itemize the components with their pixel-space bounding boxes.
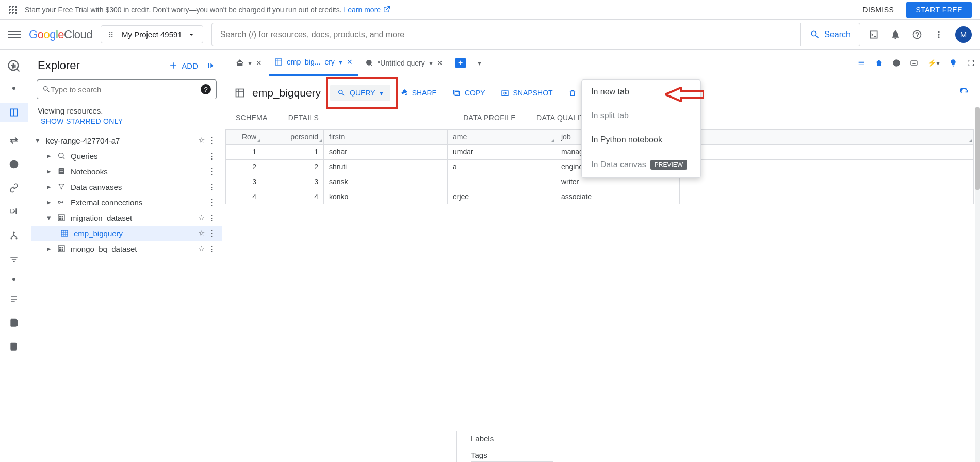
project-picker[interactable]: My Project 49591: [101, 25, 203, 43]
tree-mongo-dataset[interactable]: ▸mongo_bq_dataset ☆⋮: [31, 241, 222, 257]
rail-bigquery-icon[interactable]: [0, 59, 28, 73]
star-icon[interactable]: ☆: [198, 229, 205, 238]
avatar[interactable]: M: [955, 26, 972, 43]
more-icon[interactable]: ⋮: [205, 151, 219, 161]
more-icon[interactable]: ⋮: [205, 229, 219, 238]
tree-emp-bigquery[interactable]: emp_bigquery ☆⋮: [31, 226, 222, 241]
share-icon: [400, 89, 408, 97]
fullscreen-icon[interactable]: [967, 59, 975, 67]
rail-doc1-icon[interactable]: [0, 318, 28, 328]
notifications-icon[interactable]: [890, 29, 901, 40]
copy-button[interactable]: COPY: [452, 89, 485, 97]
tab-emp-bigquery[interactable]: emp_big...ery ▾ ✕: [269, 50, 358, 76]
rail-dot-icon[interactable]: [0, 87, 28, 90]
rail-migrate-icon[interactable]: [0, 206, 28, 217]
trial-banner: Start your Free Trial with $300 in credi…: [0, 0, 980, 20]
rail-doc2-icon[interactable]: [0, 342, 28, 352]
close-icon[interactable]: ✕: [347, 58, 353, 66]
tree-notebooks[interactable]: ▸Notebooks ⋮: [31, 164, 222, 179]
more-icon[interactable]: ⋮: [205, 136, 219, 145]
search-icon: [810, 29, 820, 40]
keyboard-icon[interactable]: [910, 59, 918, 67]
rail-panel-icon[interactable]: [0, 103, 28, 122]
col-lastname[interactable]: ame◢: [448, 130, 556, 145]
svg-rect-32: [236, 89, 244, 97]
list-icon[interactable]: [857, 59, 865, 67]
rail-transfer-icon[interactable]: [0, 135, 28, 146]
rail-link-icon[interactable]: [0, 183, 28, 193]
star-icon[interactable]: ☆: [198, 244, 205, 253]
more-icon[interactable]: ⋮: [205, 213, 219, 222]
more-icon[interactable]: ⋮: [205, 182, 219, 192]
more-icon[interactable]: ⋮: [205, 167, 219, 176]
add-button[interactable]: ADD: [168, 60, 198, 71]
dataset-icon: [57, 245, 66, 253]
show-starred-link[interactable]: SHOW STARRED ONLY: [28, 116, 225, 131]
rail-filter-icon[interactable]: [0, 254, 28, 264]
table-row[interactable]: 44konkoerjeeassociate: [226, 189, 974, 204]
apps-icon[interactable]: [8, 5, 18, 14]
info-icon[interactable]: [892, 59, 901, 67]
tab-schema[interactable]: SCHEMA: [236, 114, 268, 122]
svg-rect-22: [61, 230, 68, 236]
close-icon[interactable]: ✕: [256, 59, 262, 67]
svg-point-6: [12, 278, 15, 281]
svg-rect-21: [62, 218, 63, 220]
rail-clock-icon[interactable]: [0, 159, 28, 169]
rail-summary-icon[interactable]: [0, 294, 28, 305]
col-firstname[interactable]: firstn: [324, 130, 448, 145]
menu-icon[interactable]: [8, 28, 21, 41]
bulb-icon[interactable]: [949, 59, 957, 67]
cloud-shell-icon[interactable]: [869, 29, 879, 40]
dismiss-button[interactable]: DISMISS: [862, 6, 894, 14]
search-icon: [42, 85, 51, 93]
svg-rect-31: [911, 61, 917, 65]
home-tab[interactable]: ▾✕: [231, 50, 267, 76]
search-icon: [365, 59, 373, 67]
search-input[interactable]: [212, 30, 801, 39]
share-button[interactable]: SHARE: [400, 89, 437, 97]
scroll-thumb[interactable]: [975, 107, 980, 190]
home-fill-icon[interactable]: [875, 59, 883, 67]
tab-dataprofile[interactable]: DATA PROFILE: [463, 114, 516, 122]
query-button[interactable]: QUERY ▾: [330, 85, 390, 101]
tree-migration-dataset[interactable]: ▾migration_dataset ☆⋮: [31, 210, 222, 226]
refresh-button[interactable]: [959, 88, 970, 98]
scrollbar[interactable]: [975, 107, 980, 462]
col-personid[interactable]: personid◢: [262, 130, 324, 145]
menu-in-notebook[interactable]: In Python notebook: [582, 128, 700, 152]
tab-untitled-query[interactable]: *Untitled query ▾ ✕: [360, 50, 448, 76]
tree-external[interactable]: ▸External connections ⋮: [31, 195, 222, 210]
more-icon[interactable]: ⋮: [205, 244, 219, 253]
help-icon[interactable]: [912, 29, 922, 40]
search-button[interactable]: Search: [800, 23, 860, 46]
new-tab-button[interactable]: + ▾: [450, 50, 487, 76]
tree-queries[interactable]: ▸Queries ⋮: [31, 148, 222, 164]
collapse-icon[interactable]: [206, 60, 217, 71]
menu-in-data-canvas[interactable]: In Data canvas PREVIEW: [582, 152, 700, 177]
snapshot-icon: [501, 89, 509, 97]
svg-point-9: [59, 153, 63, 158]
tab-details[interactable]: DETAILS: [288, 114, 319, 122]
close-icon[interactable]: ✕: [437, 59, 443, 67]
help-circle-icon[interactable]: ?: [201, 84, 211, 94]
tree-datacanvases[interactable]: ▸Data canvases ⋮: [31, 179, 222, 195]
search-bar[interactable]: Search: [211, 23, 860, 46]
snapshot-button[interactable]: SNAPSHOT: [501, 89, 553, 97]
rail-dot2-icon[interactable]: [0, 278, 28, 281]
google-cloud-logo[interactable]: Google Cloud: [29, 28, 92, 41]
tree-project[interactable]: ▾key-range-427704-a7 ☆⋮: [31, 133, 222, 148]
more-icon[interactable]: ⋮: [205, 198, 219, 207]
more-icon[interactable]: [934, 29, 944, 40]
rail-tree-icon[interactable]: [0, 230, 28, 241]
explorer-search[interactable]: ?: [37, 79, 217, 99]
svg-rect-27: [62, 249, 63, 251]
explorer-search-input[interactable]: [51, 85, 201, 94]
menu-in-split-tab[interactable]: In split tab: [582, 104, 700, 128]
col-row[interactable]: Row◢: [226, 130, 262, 145]
star-icon[interactable]: ☆: [198, 213, 205, 222]
start-free-button[interactable]: START FREE: [906, 2, 972, 18]
star-icon[interactable]: ☆: [198, 136, 205, 145]
learn-more-link[interactable]: Learn more: [344, 6, 391, 14]
magic-icon[interactable]: ⚡▾: [927, 59, 940, 67]
